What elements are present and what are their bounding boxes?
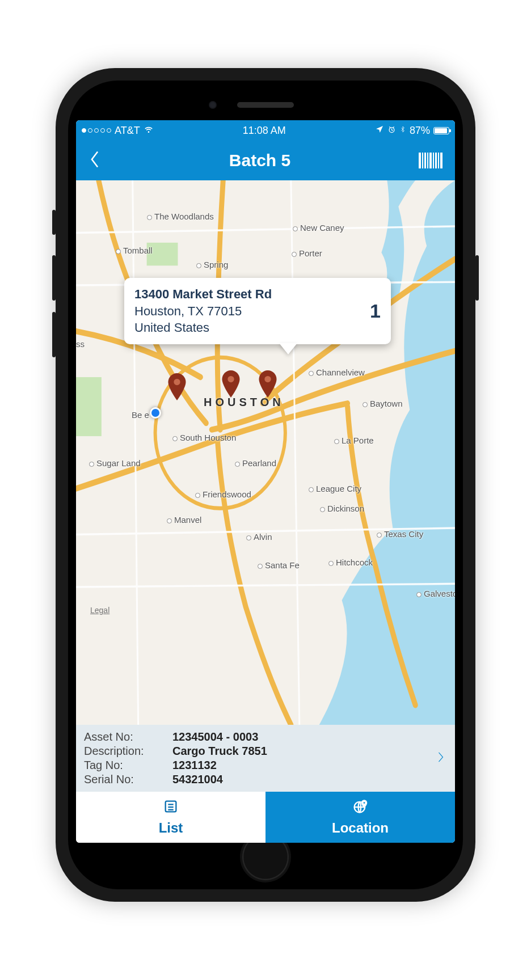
chevron-right-icon (437, 750, 445, 766)
city-label: ss (76, 339, 85, 349)
globe-location-icon (352, 799, 368, 818)
serial-no-label: Serial No: (84, 773, 169, 786)
asset-detail-card[interactable]: Asset No: 12345004 - 0003 Description: C… (76, 725, 455, 792)
map-basemap (76, 180, 455, 725)
svg-point-5 (174, 379, 180, 385)
svg-rect-2 (76, 377, 102, 436)
city-label: Santa Fe (258, 560, 300, 570)
battery-icon (433, 127, 449, 134)
wifi-icon (144, 124, 154, 137)
tab-location[interactable]: Location (266, 792, 455, 843)
volume-down-button (52, 312, 56, 357)
city-label: Manvel (167, 515, 201, 525)
city-label: Be e (132, 410, 149, 420)
description-value: Cargo Truck 7851 (172, 745, 267, 758)
app-screen: AT&T 11:08 AM 87% (76, 120, 455, 843)
city-label: South Houston (172, 433, 236, 442)
city-label: Alvin (246, 532, 272, 542)
city-label: Dickinson (320, 504, 364, 513)
phone-speaker (237, 102, 294, 108)
list-icon (163, 799, 179, 818)
map-callout[interactable]: 13400 Market Street Rd Houston, TX 77015… (124, 278, 391, 344)
location-services-icon (375, 125, 384, 137)
city-label: Pearland (235, 458, 276, 468)
clock-label: 11:08 AM (243, 125, 286, 137)
tab-list-label: List (159, 820, 183, 836)
svg-point-7 (264, 376, 271, 382)
svg-point-13 (364, 802, 365, 804)
map-view[interactable]: The Woodlands Tomball Spring New Caney P… (76, 180, 455, 725)
nav-bar: Batch 5 (76, 141, 455, 180)
phone-frame: AT&T 11:08 AM 87% (56, 68, 475, 902)
houston-label: HOUSTON (204, 396, 284, 409)
city-label: Friendswood (195, 489, 251, 499)
phone-camera (209, 101, 217, 109)
city-label: Hitchcock (328, 557, 373, 567)
map-pin[interactable] (221, 370, 241, 398)
callout-address: 13400 Market Street Rd Houston, TX 77015… (134, 286, 272, 336)
serial-no-value: 54321004 (172, 773, 267, 786)
current-location-dot (150, 407, 161, 419)
asset-detail-grid: Asset No: 12345004 - 0003 Description: C… (84, 730, 267, 786)
city-label: La Porte (334, 436, 374, 445)
tag-no-label: Tag No: (84, 759, 169, 772)
svg-point-6 (227, 376, 234, 382)
map-legal-link[interactable]: Legal (90, 606, 109, 615)
status-bar: AT&T 11:08 AM 87% (76, 120, 455, 141)
asset-no-label: Asset No: (84, 730, 169, 744)
asset-no-value: 12345004 - 0003 (172, 730, 267, 744)
map-pin[interactable] (167, 373, 187, 400)
back-button[interactable] (88, 150, 101, 171)
city-label: Galvesto (416, 589, 455, 598)
barcode-scan-button[interactable] (419, 153, 442, 168)
city-label: Sugar Land (89, 458, 141, 468)
tab-location-label: Location (332, 820, 389, 836)
page-title: Batch 5 (229, 151, 290, 170)
power-button (475, 255, 479, 301)
description-label: Description: (84, 745, 169, 758)
city-label: Porter (292, 248, 322, 258)
tab-list[interactable]: List (76, 792, 266, 843)
city-label: Baytown (363, 399, 403, 408)
signal-strength-icon (82, 128, 111, 133)
map-pin[interactable] (258, 370, 278, 398)
city-label: League City (309, 484, 361, 493)
city-label: Channelview (309, 368, 365, 377)
battery-percent-label: 87% (410, 125, 430, 137)
alarm-icon (387, 125, 396, 137)
mute-switch (52, 210, 56, 235)
city-label: Spring (196, 260, 228, 269)
volume-up-button (52, 255, 56, 301)
city-label: Tomball (116, 246, 153, 255)
carrier-label: AT&T (115, 125, 140, 137)
callout-count: 1 (370, 298, 381, 324)
city-label: New Caney (293, 223, 344, 233)
city-label: The Woodlands (147, 212, 214, 221)
city-label: Texas City (377, 529, 423, 539)
tag-no-value: 1231132 (172, 759, 267, 772)
bluetooth-icon (399, 125, 406, 137)
tab-bar: List Location (76, 792, 455, 843)
